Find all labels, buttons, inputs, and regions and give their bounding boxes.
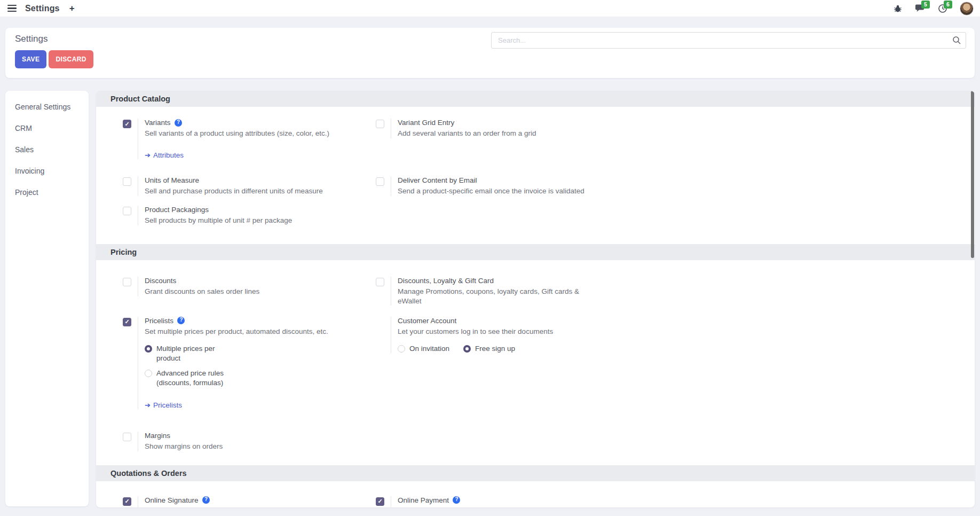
setting-label: Online Payment: [398, 496, 449, 504]
radio-on-invitation[interactable]: On invitation: [398, 344, 449, 354]
setting-label: Variants: [145, 119, 171, 127]
user-avatar[interactable]: [960, 2, 974, 15]
setting-units-of-measure: Units of Measure Sell and purchase produ…: [123, 176, 376, 196]
units-of-measure-checkbox[interactable]: [123, 177, 131, 186]
setting-margins: Margins Show margins on orders: [123, 432, 376, 451]
setting-deliver-content-by-email: Deliver Content by Email Send a product-…: [376, 176, 975, 196]
hamburger-menu-icon[interactable]: [6, 4, 18, 13]
setting-label: Pricelists: [145, 317, 173, 325]
app-title[interactable]: Settings: [25, 4, 60, 13]
sidebar-item-sales[interactable]: Sales: [5, 139, 89, 160]
activities-count-badge: 6: [944, 1, 952, 9]
setting-discounts: Discounts Grant discounts on sales order…: [123, 277, 376, 296]
setting-description: Grant discounts on sales order lines: [145, 287, 259, 296]
chat-count-badge: 5: [921, 1, 930, 9]
setting-description: Set multiple prices per product, automat…: [145, 327, 328, 337]
radio-selected-icon: [463, 345, 471, 353]
setting-description: Let your customers log in to see their d…: [398, 327, 553, 337]
setting-pricelists: Pricelists Set multiple prices per produ…: [123, 317, 376, 409]
settings-sidebar: General Settings CRM Sales Invoicing Pro…: [5, 91, 89, 506]
radio-unselected-icon: [145, 370, 152, 377]
discounts-checkbox[interactable]: [123, 278, 131, 286]
section-header-quotations-orders: Quotations & Orders: [96, 465, 975, 481]
deliver-content-by-email-checkbox[interactable]: [376, 177, 384, 186]
settings-header-card: Settings SAVE DISCARD: [5, 28, 975, 78]
help-icon[interactable]: [177, 317, 185, 324]
pricelists-checkbox[interactable]: [123, 318, 131, 326]
activities-clock-icon[interactable]: 6: [937, 3, 948, 14]
sidebar-item-general-settings[interactable]: General Settings: [5, 96, 89, 118]
top-navbar: Settings + 5 6: [0, 0, 980, 17]
pricelists-link[interactable]: Pricelists: [145, 401, 328, 409]
setting-description: Sell products by multiple of unit # per …: [145, 216, 292, 225]
setting-label: Variant Grid Entry: [398, 119, 454, 127]
setting-label: Margins: [145, 432, 170, 440]
discard-button[interactable]: DISCARD: [49, 50, 93, 68]
radio-advanced-price-rules[interactable]: Advanced price rules (discounts, formula…: [145, 369, 233, 388]
search-input[interactable]: [491, 32, 966, 49]
radio-unselected-icon: [398, 345, 405, 353]
setting-label: Discounts: [145, 277, 176, 285]
setting-online-signature: Online Signature Request an online signa…: [123, 496, 376, 507]
setting-description: Add several variants to an order from a …: [398, 129, 536, 138]
arrow-right-icon: [145, 401, 153, 409]
setting-label: Units of Measure: [145, 176, 199, 184]
setting-label: Discounts, Loyalty & Gift Card: [398, 277, 494, 285]
checkbox-spacer: [376, 317, 384, 354]
setting-description: Request an online signature to confirm o…: [145, 506, 290, 507]
online-signature-checkbox[interactable]: [123, 497, 131, 506]
setting-label: Customer Account: [398, 317, 456, 325]
help-icon[interactable]: [175, 119, 182, 127]
margins-checkbox[interactable]: [123, 433, 131, 441]
page-title: Settings: [15, 34, 48, 44]
sidebar-item-invoicing[interactable]: Invoicing: [5, 160, 89, 182]
radio-selected-icon: [145, 345, 152, 353]
messages-chat-icon[interactable]: 5: [915, 3, 926, 14]
product-packagings-checkbox[interactable]: [123, 207, 131, 215]
setting-label: Online Signature: [145, 496, 199, 504]
setting-variants: Variants Sell variants of a product usin…: [123, 119, 376, 159]
sidebar-item-crm[interactable]: CRM: [5, 118, 89, 139]
setting-description: Manage Promotions, coupons, loyalty card…: [398, 287, 596, 306]
save-button[interactable]: SAVE: [15, 50, 46, 68]
setting-description: Sell variants of a product using attribu…: [145, 129, 329, 138]
setting-product-packagings: Product Packagings Sell products by mult…: [123, 206, 376, 225]
vertical-scrollbar[interactable]: [971, 91, 974, 258]
help-icon[interactable]: [453, 496, 460, 504]
setting-label: Product Packagings: [145, 206, 209, 214]
setting-discounts-loyalty-gift-card: Discounts, Loyalty & Gift Card Manage Pr…: [376, 277, 975, 306]
section-header-pricing: Pricing: [96, 244, 975, 260]
setting-description: Sell and purchase products in different …: [145, 186, 323, 196]
setting-customer-account: Customer Account Let your customers log …: [376, 317, 975, 354]
variant-grid-entry-checkbox[interactable]: [376, 120, 384, 128]
radio-multiple-prices-per-product[interactable]: Multiple prices per product: [145, 344, 233, 363]
section-header-product-catalog: Product Catalog: [96, 91, 975, 107]
sidebar-item-project[interactable]: Project: [5, 182, 89, 203]
variants-checkbox[interactable]: [123, 120, 131, 128]
search-icon[interactable]: [952, 36, 961, 47]
radio-free-sign-up[interactable]: Free sign up: [463, 344, 515, 354]
help-icon[interactable]: [202, 496, 210, 504]
new-tab-plus-button[interactable]: +: [67, 3, 77, 14]
attributes-link[interactable]: Attributes: [145, 151, 329, 159]
settings-panel: Product Catalog Variants Sell variants o…: [96, 91, 975, 507]
setting-description: Send a product-specific email once the i…: [398, 186, 584, 196]
online-payment-checkbox[interactable]: [376, 497, 384, 506]
setting-variant-grid-entry: Variant Grid Entry Add several variants …: [376, 119, 975, 138]
debug-bug-icon[interactable]: [892, 3, 903, 14]
setting-online-payment: Online Payment Request an online payment…: [376, 496, 975, 507]
discounts-loyalty-gift-card-checkbox[interactable]: [376, 278, 384, 286]
setting-description: Request an online payment to confirm ord…: [398, 506, 541, 507]
arrow-right-icon: [145, 151, 153, 159]
setting-description: Show margins on orders: [145, 442, 223, 451]
setting-label: Deliver Content by Email: [398, 176, 477, 184]
